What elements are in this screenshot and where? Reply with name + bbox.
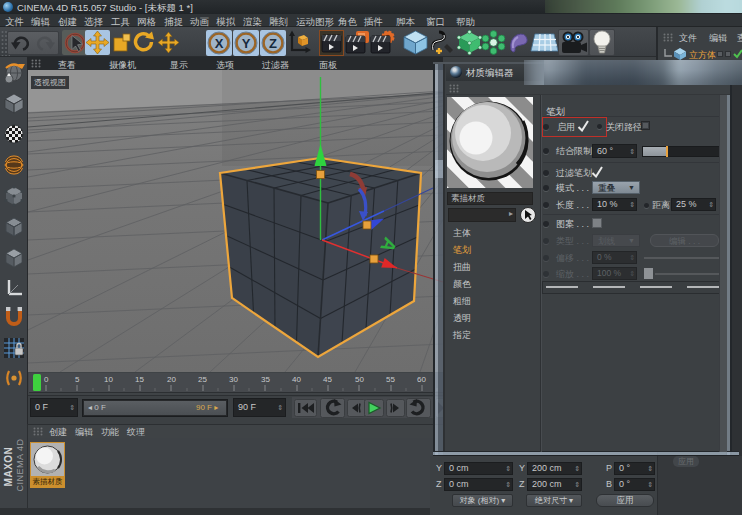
svg-text:Z: Z [269,36,277,51]
svg-text:15: 15 [135,375,144,384]
svg-text:X: X [215,36,224,51]
svg-text:40: 40 [292,375,301,384]
svg-text:25: 25 [198,375,207,384]
svg-text:45: 45 [323,375,332,384]
svg-text:5: 5 [75,375,80,384]
svg-text:10: 10 [104,375,113,384]
svg-text:Y: Y [242,36,251,51]
svg-text:55: 55 [386,375,395,384]
svg-text:20: 20 [167,375,176,384]
svg-text:50: 50 [355,375,364,384]
svg-text:0: 0 [44,375,49,384]
svg-text:35: 35 [261,375,270,384]
svg-text:60: 60 [417,375,426,384]
svg-text:30: 30 [229,375,238,384]
